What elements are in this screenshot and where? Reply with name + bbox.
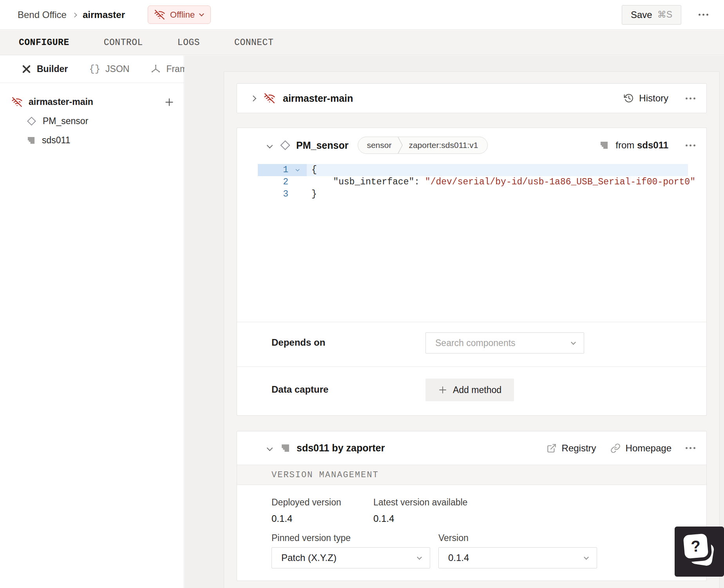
model-badge: zaporter:sds011:v1 (403, 141, 487, 150)
homepage-link[interactable]: Homepage (610, 443, 672, 454)
view-builder[interactable]: Builder (21, 64, 68, 74)
line-number: 3 (258, 188, 288, 200)
wifi-off-icon (154, 9, 165, 20)
version-label: Version (438, 533, 706, 543)
history-button[interactable]: History (624, 93, 668, 104)
part-menu-button[interactable] (686, 97, 695, 99)
module-card-sds011: sds011 by zaporter Registry (237, 431, 707, 581)
add-component-button[interactable] (164, 97, 174, 107)
badge-divider-icon (398, 137, 403, 154)
module-icon (599, 141, 609, 150)
chevron-down-icon (417, 555, 422, 560)
chevron-down-icon (584, 555, 589, 560)
deployed-version-value: 0.1.4 (272, 513, 373, 524)
from-module-name: sds011 (637, 140, 668, 150)
help-question-icon: ? (683, 533, 708, 559)
config-sidebar: Builder {} JSON Frame (0, 56, 184, 588)
type-badge: sensor (358, 141, 398, 150)
component-card-pm-sensor: PM_sensor sensor zaporter:sds011:v1 from… (237, 128, 707, 416)
history-icon (624, 93, 634, 103)
depends-on-select[interactable]: Search components (425, 332, 584, 354)
version-select[interactable]: 0.1.4 (438, 547, 597, 568)
registry-link[interactable]: Registry (547, 443, 596, 454)
external-link-icon (547, 443, 557, 453)
part-container: airmaster-main History (224, 71, 720, 588)
collapse-chevron-icon[interactable] (267, 445, 273, 451)
depends-on-section: Depends on Search components (237, 322, 706, 366)
chevron-down-icon (571, 340, 576, 345)
module-menu-button[interactable] (686, 447, 695, 449)
tab-control[interactable]: CONTROL (104, 38, 143, 48)
depends-on-label: Depends on (272, 337, 425, 354)
app-header: Bend Office airmaster Offline Save ⌘S (0, 0, 724, 30)
module-title: sds011 by zaporter (297, 442, 385, 454)
breadcrumb-location[interactable]: Bend Office (18, 9, 67, 20)
depends-on-placeholder: Search components (435, 338, 516, 348)
line-number: 2 (258, 176, 288, 188)
from-module-link[interactable]: from sds011 (599, 140, 668, 151)
part-card-airmaster-main: airmaster-main History (237, 83, 707, 113)
tree-item-sds011[interactable]: sds011 (0, 131, 184, 150)
latest-version-label: Latest version available (373, 497, 706, 508)
line-number: 1 (258, 164, 288, 176)
pinned-version-type-label: Pinned version type (272, 533, 438, 543)
version-management-header: VERSION MANAGEMENT (237, 465, 706, 485)
component-type-badge: sensor zaporter:sds011:v1 (358, 137, 488, 154)
collapse-chevron-icon[interactable] (267, 142, 273, 148)
main-panel: airmaster-main History (185, 56, 724, 588)
code-line: 2 "usb_interface": "/dev/serial/by-id/us… (258, 176, 688, 188)
module-icon (281, 443, 290, 453)
tab-logs[interactable]: LOGS (177, 38, 200, 48)
tab-configure[interactable]: CONFIGURE (19, 38, 69, 48)
header-menu-button[interactable] (699, 14, 708, 16)
data-capture-label: Data capture (272, 384, 425, 401)
deployed-version-label: Deployed version (272, 497, 373, 508)
link-icon (610, 443, 621, 453)
component-diamond-icon (280, 140, 291, 151)
attributes-code-editor[interactable]: 1 { 2 "usb_interface": "/dev/serial/by-i… (258, 164, 688, 317)
part-title: airmaster-main (283, 93, 353, 104)
save-button[interactable]: Save ⌘S (622, 5, 681, 25)
tree-item-pm-sensor[interactable]: PM_sensor (0, 112, 184, 131)
machine-tree: airmaster-main PM_sensor sds011 (0, 83, 184, 150)
main-tab-bar: CONFIGURE CONTROL LOGS CONNECT (0, 30, 724, 55)
fold-chevron-icon[interactable] (288, 164, 307, 176)
version-management-content: Deployed version Latest version availabl… (237, 485, 706, 568)
view-json[interactable]: {} JSON (89, 64, 129, 74)
data-capture-section: Data capture Add method (237, 366, 706, 416)
latest-version-value: 0.1.4 (373, 513, 706, 524)
module-icon (27, 136, 36, 145)
tree-item-airmaster-main[interactable]: airmaster-main (0, 92, 184, 112)
tab-connect[interactable]: CONNECT (234, 38, 273, 48)
component-card-header: PM_sensor sensor zaporter:sds011:v1 from… (237, 128, 706, 162)
module-card-header: sds011 by zaporter Registry (237, 431, 706, 465)
machine-status-dropdown[interactable]: Offline (148, 5, 211, 24)
collapse-chevron-icon[interactable] (250, 95, 257, 101)
status-badge: Offline (170, 10, 195, 20)
frame-axes-icon (150, 64, 161, 74)
save-shortcut: ⌘S (657, 9, 672, 20)
wifi-off-icon (12, 97, 22, 107)
pinned-version-type-select[interactable]: Patch (X.Y.Z) (272, 547, 430, 568)
breadcrumb-machine: airmaster (83, 9, 125, 20)
plus-icon (438, 385, 447, 395)
breadcrumb-separator-icon (73, 11, 76, 18)
component-diamond-icon (27, 116, 36, 126)
braces-icon: {} (89, 64, 100, 74)
add-method-button[interactable]: Add method (425, 379, 514, 401)
component-title: PM_sensor (296, 140, 348, 151)
wifi-off-icon (264, 93, 275, 104)
code-line: 3 } (258, 188, 688, 200)
tools-icon (21, 64, 32, 74)
view-switcher: Builder {} JSON Frame (0, 56, 184, 83)
help-button[interactable]: ? (675, 527, 724, 577)
code-line: 1 { (258, 164, 688, 176)
chevron-down-icon (199, 11, 204, 16)
component-menu-button[interactable] (686, 144, 695, 146)
